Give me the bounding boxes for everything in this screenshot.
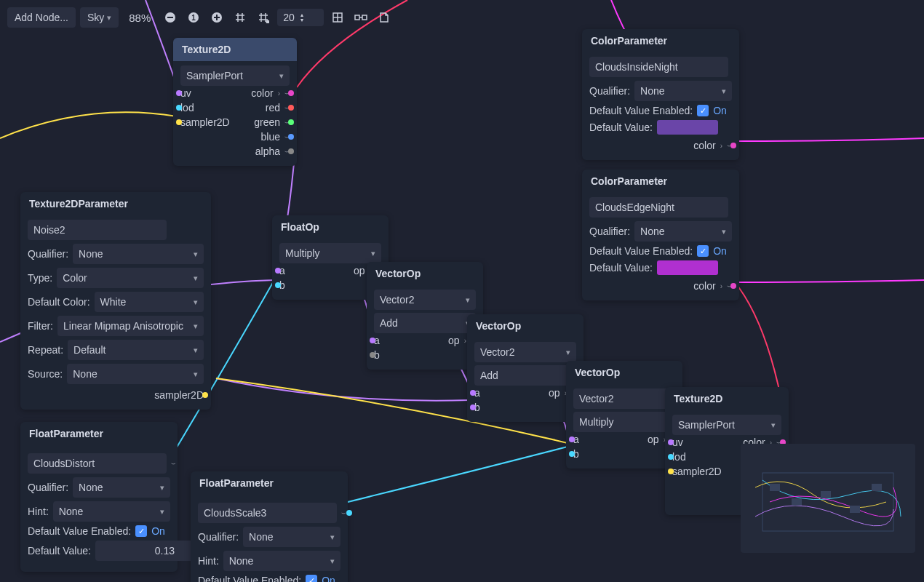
grid-snap-spinbox[interactable]: 20 ▴▾ — [277, 9, 324, 26]
vectype-select[interactable]: Vector2▾ — [474, 342, 576, 362]
param-name-input[interactable] — [589, 197, 728, 218]
svg-point-7 — [266, 20, 270, 24]
source-select[interactable]: None▾ — [67, 364, 204, 384]
output-port[interactable] — [202, 392, 208, 398]
type-select[interactable]: Color▾ — [57, 268, 204, 288]
param-name-input[interactable] — [28, 453, 167, 474]
input-port[interactable] — [275, 282, 281, 288]
input-port[interactable] — [668, 439, 674, 445]
select-value: None — [229, 555, 253, 567]
snap-grid-icon[interactable] — [231, 8, 250, 27]
param-name-input[interactable] — [589, 57, 728, 77]
output-port[interactable] — [288, 90, 294, 96]
node-floatparameter[interactable]: FloatParameter ⌣ Qualifier: None▾ Hint: … — [191, 471, 348, 582]
svg-text:1: 1 — [192, 14, 196, 22]
op-select[interactable]: Add▾ — [474, 365, 576, 386]
node-texture2dparameter[interactable]: Texture2DParameter Qualifier: None▾ Type… — [20, 192, 211, 410]
zoom-reset-icon[interactable]: 1 — [184, 8, 203, 27]
chevron-down-icon: ▾ — [194, 322, 198, 331]
node-title: FloatOp — [272, 215, 389, 239]
default-enabled-checkbox[interactable]: ✓ — [697, 245, 709, 257]
input-port[interactable] — [569, 436, 575, 442]
input-port[interactable] — [176, 105, 182, 111]
field-label: Default Value: — [589, 262, 653, 274]
node-vectorop[interactable]: VectorOp Vector2▾ Add▾ a op›⌣ b — [367, 262, 483, 370]
qualifier-select[interactable]: None▾ — [73, 244, 204, 264]
repeat-select[interactable]: Default▾ — [68, 340, 204, 360]
node-title: Texture2D — [173, 38, 297, 61]
default-enabled-checkbox[interactable]: ✓ — [306, 575, 317, 582]
chevron-right-icon: › — [720, 142, 722, 150]
svg-rect-6 — [216, 15, 218, 20]
hint-select[interactable]: None▾ — [223, 551, 340, 571]
toolbar: Add Node... Sky ▾ 88% 1 20 ▴▾ — [7, 7, 394, 28]
vectype-select[interactable]: Vector2▾ — [573, 388, 675, 409]
node-title: ColorParameter — [582, 170, 739, 193]
node-title: Texture2D — [665, 387, 789, 410]
select-value: None — [640, 85, 664, 97]
input-port[interactable] — [470, 390, 476, 396]
snap-guides-icon[interactable] — [254, 8, 273, 27]
node-texture2d[interactable]: Texture2D SamplerPort▾ uv color›⌣ lod re… — [173, 38, 297, 166]
output-port[interactable] — [346, 510, 352, 516]
updown-icon[interactable]: ▴▾ — [300, 12, 303, 23]
qualifier-select[interactable]: None▾ — [243, 527, 340, 547]
input-port[interactable] — [275, 268, 281, 274]
node-floatparameter[interactable]: FloatParameter ⌣ Qualifier: None▾ Hint: … — [20, 422, 178, 572]
input-port[interactable] — [370, 352, 375, 358]
output-port[interactable] — [288, 119, 294, 125]
add-node-button[interactable]: Add Node... — [7, 7, 76, 28]
default-enabled-checkbox[interactable]: ✓ — [697, 105, 709, 116]
select-value: Add — [380, 317, 398, 329]
node-title: FloatParameter — [191, 471, 348, 495]
op-select[interactable]: Multiply▾ — [279, 243, 381, 263]
input-port[interactable] — [668, 469, 674, 474]
grid-snap-value: 20 — [283, 12, 295, 23]
connections-icon[interactable] — [351, 8, 370, 27]
op-select[interactable]: Add▾ — [374, 313, 476, 333]
input-port[interactable] — [176, 119, 182, 125]
input-port[interactable] — [470, 404, 476, 410]
select-value: Linear Mipmap Anisotropic — [63, 320, 183, 332]
select-value: Color — [63, 272, 87, 284]
chevron-down-icon: ▾ — [279, 71, 284, 81]
output-port[interactable] — [288, 134, 294, 140]
sky-menu-button[interactable]: Sky ▾ — [80, 7, 119, 28]
sampler-mode-select[interactable]: SamplerPort▾ — [672, 415, 781, 435]
svg-rect-13 — [792, 498, 802, 506]
handle-icon: ⌣ — [171, 459, 176, 468]
color-swatch[interactable] — [657, 260, 718, 275]
filter-select[interactable]: Linear Mipmap Anisotropic▾ — [57, 316, 204, 336]
param-name-input[interactable] — [198, 503, 337, 523]
color-swatch[interactable] — [657, 120, 718, 135]
default-enabled-checkbox[interactable]: ✓ — [135, 525, 147, 537]
on-label: On — [713, 245, 727, 257]
chevron-down-icon: ▾ — [330, 533, 335, 542]
qualifier-select[interactable]: None▾ — [73, 477, 170, 498]
output-port[interactable] — [730, 143, 736, 148]
input-port[interactable] — [668, 454, 674, 460]
chevron-down-icon: ▾ — [160, 483, 164, 493]
on-label: On — [713, 105, 727, 116]
default-color-select[interactable]: White▾ — [95, 292, 204, 312]
node-colorparameter[interactable]: ColorParameter Qualifier: None▾ Default … — [582, 170, 739, 300]
node-colorparameter[interactable]: ColorParameter Qualifier: None▾ Default … — [582, 29, 739, 160]
hint-select[interactable]: None▾ — [53, 501, 170, 522]
input-port[interactable] — [569, 451, 575, 457]
qualifier-select[interactable]: None▾ — [634, 221, 732, 242]
file-icon[interactable] — [375, 8, 394, 27]
sampler-mode-select[interactable]: SamplerPort▾ — [180, 65, 290, 86]
zoom-out-icon[interactable] — [161, 8, 180, 27]
param-name-input[interactable] — [28, 220, 167, 240]
minimap[interactable] — [741, 444, 915, 553]
zoom-in-icon[interactable] — [207, 8, 226, 27]
input-port[interactable] — [176, 90, 182, 96]
op-select[interactable]: Multiply▾ — [573, 412, 675, 432]
output-port[interactable] — [288, 105, 294, 111]
input-port[interactable] — [370, 338, 375, 343]
output-port[interactable] — [288, 148, 294, 154]
vectype-select[interactable]: Vector2▾ — [374, 290, 476, 310]
qualifier-select[interactable]: None▾ — [634, 81, 732, 101]
layout-icon[interactable] — [328, 8, 347, 27]
output-port[interactable] — [730, 283, 736, 289]
